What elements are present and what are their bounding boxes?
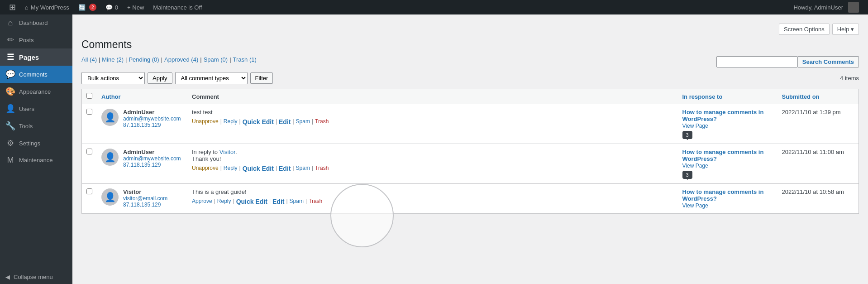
row2-comment-text: Thank you! [192, 155, 673, 162]
apply-button[interactable]: Apply [148, 72, 172, 84]
row1-quick-edit[interactable]: Quick Edit [243, 118, 274, 125]
sidebar-label-comments: Comments [19, 71, 48, 78]
row1-reply[interactable]: Reply [224, 118, 238, 125]
row3-quick-edit[interactable]: Quick Edit [236, 198, 267, 205]
row1-response-title[interactable]: How to manage comments in WordPress? [682, 109, 764, 122]
search-comments-input[interactable] [716, 56, 798, 67]
row1-spam[interactable]: Spam [296, 118, 310, 125]
help-button[interactable]: Help ▾ [832, 24, 859, 35]
row2-checkbox[interactable] [86, 149, 92, 154]
sidebar-item-settings[interactable]: ⚙ Settings [0, 135, 72, 152]
response-col-header[interactable]: In response to [678, 89, 777, 104]
search-bar: Search Comments [716, 56, 859, 67]
maintenance-menu-icon: M [5, 155, 15, 165]
row3-author-email[interactable]: visitor@email.com [123, 195, 167, 202]
tools-icon: 🔧 [5, 121, 15, 131]
sidebar-item-dashboard[interactable]: ⌂ Dashboard [0, 14, 72, 31]
sidebar-item-users[interactable]: 👤 Users [0, 100, 72, 117]
main-content: Screen Options Help ▾ Comments All (4) |… [72, 14, 868, 284]
row1-view-page-link[interactable]: View Page [682, 123, 708, 129]
sidebar-label-posts: Posts [19, 37, 34, 43]
row1-comment-count-badge: 3 [682, 131, 692, 139]
sidebar-item-appearance[interactable]: 🎨 Appearance [0, 83, 72, 100]
row3-reply[interactable]: Reply [217, 198, 231, 205]
row3-trash[interactable]: Trash [309, 198, 322, 205]
filter-pending[interactable]: Pending (0) [129, 56, 159, 63]
row3-spam[interactable]: Spam [290, 198, 304, 205]
submitted-col-header[interactable]: Submitted on [777, 89, 859, 104]
row2-author-email[interactable]: admin@mywebsite.com [123, 155, 181, 162]
row3-author-name: Visitor [123, 188, 167, 195]
comment-type-select[interactable]: All comment types [175, 72, 248, 84]
filter-approved[interactable]: Approved (4) [164, 56, 198, 63]
sidebar-item-comments[interactable]: 💬 Comments [0, 66, 72, 83]
wp-logo-item[interactable]: ⊞ [5, 0, 20, 14]
row2-comment-count-badge: 3 [682, 171, 692, 179]
row3-approve[interactable]: Approve [192, 198, 212, 205]
row2-spam[interactable]: Spam [296, 165, 310, 172]
admin-menu: ⌂ Dashboard ✏ Posts ☰ Pages 💬 Comments 🎨… [0, 14, 72, 284]
bulk-actions-select[interactable]: Bulk actions [81, 72, 145, 84]
row1-author-ip[interactable]: 87.118.135.129 [123, 122, 181, 128]
comment-adminbar-icon: 💬 [105, 4, 113, 11]
row3-checkbox[interactable] [86, 188, 92, 194]
select-all-checkbox[interactable] [86, 93, 92, 99]
sidebar-item-pages[interactable]: ☰ Pages [0, 48, 72, 66]
row2-response-title[interactable]: How to manage comments in WordPress? [682, 149, 764, 162]
sidebar-item-posts[interactable]: ✏ Posts [0, 31, 72, 48]
row3-author-ip[interactable]: 87.118.135.129 [123, 202, 167, 208]
row1-submitted-date: 2022/11/10 at 1:39 pm [782, 109, 841, 116]
row2-view-page-link[interactable]: View Page [682, 163, 708, 169]
row2-edit[interactable]: Edit [279, 165, 291, 172]
row3-comment-text: This is a great guide! [192, 188, 673, 195]
row2-reply[interactable]: Reply [224, 165, 238, 172]
comments-adminbar-item[interactable]: 💬 0 [101, 0, 123, 14]
filter-trash[interactable]: Trash (1) [233, 56, 257, 63]
row1-trash[interactable]: Trash [315, 118, 329, 125]
maintenance-item[interactable]: Maintenance is Off [148, 0, 206, 14]
filter-links: All (4) | Mine (2) | Pending (0) | Appro… [81, 56, 257, 63]
row2-unapprove[interactable]: Unapprove [192, 165, 219, 172]
filter-mine[interactable]: Mine (2) [102, 56, 124, 63]
home-icon: ⌂ [25, 4, 29, 11]
filter-all[interactable]: All (4) [81, 56, 97, 63]
sidebar-item-maintenance[interactable]: M Maintenance [0, 152, 72, 168]
row2-row-actions: Unapprove | Reply | Quick Edit | Edit | … [192, 165, 673, 172]
row1-checkbox[interactable] [86, 109, 92, 115]
row1-unapprove[interactable]: Unapprove [192, 118, 219, 125]
table-row: 👤 AdminUser admin@mywebsite.com 87.118.1… [82, 104, 859, 144]
items-count: 4 items [840, 75, 859, 82]
search-comments-button[interactable]: Search Comments [798, 56, 859, 67]
new-item[interactable]: + New [123, 0, 148, 14]
row2-quick-edit[interactable]: Quick Edit [243, 165, 274, 172]
row2-trash[interactable]: Trash [315, 165, 329, 172]
updates-item[interactable]: 🔄 2 [74, 0, 101, 14]
author-col-header[interactable]: Author [97, 89, 187, 104]
row1-edit[interactable]: Edit [279, 118, 291, 125]
screen-options-button[interactable]: Screen Options [779, 24, 830, 35]
filter-spam[interactable]: Spam (0) [204, 56, 228, 63]
row1-author-email[interactable]: admin@mywebsite.com [123, 116, 181, 122]
row3-check [82, 184, 97, 214]
row1-comment-text: test test [192, 109, 673, 116]
row3-response-title[interactable]: How to manage comments in WordPress? [682, 188, 764, 202]
collapse-menu-item[interactable]: ◀ Collapse menu [0, 270, 72, 284]
table-row: 👤 Visitor visitor@email.com 87.118.135.1… [82, 184, 859, 214]
row3-view-page-link[interactable]: View Page [682, 202, 708, 209]
pages-icon: ☰ [5, 52, 15, 62]
row3-view-page: View Page [682, 202, 773, 209]
row2-submitted: 2022/11/10 at 11:00 am [777, 144, 859, 184]
table-wrapper: Author Comment In response to Submitted … [81, 89, 859, 214]
select-all-col [82, 89, 97, 104]
row2-reply-to[interactable]: Visitor [219, 149, 235, 155]
row1-submitted: 2022/11/10 at 1:39 pm [777, 104, 859, 144]
row3-edit[interactable]: Edit [272, 198, 284, 205]
site-name-item[interactable]: ⌂ My WordPress [20, 0, 74, 14]
sidebar-item-tools[interactable]: 🔧 Tools [0, 117, 72, 135]
howdy-item[interactable]: Howdy, AdminUser [789, 0, 863, 14]
admin-avatar-icon [848, 2, 859, 13]
row1-response-link: How to manage comments in WordPress? [682, 109, 773, 122]
row2-author-ip[interactable]: 87.118.135.129 [123, 162, 181, 168]
sidebar-label-pages: Pages [19, 53, 39, 61]
filter-button[interactable]: Filter [250, 72, 273, 84]
